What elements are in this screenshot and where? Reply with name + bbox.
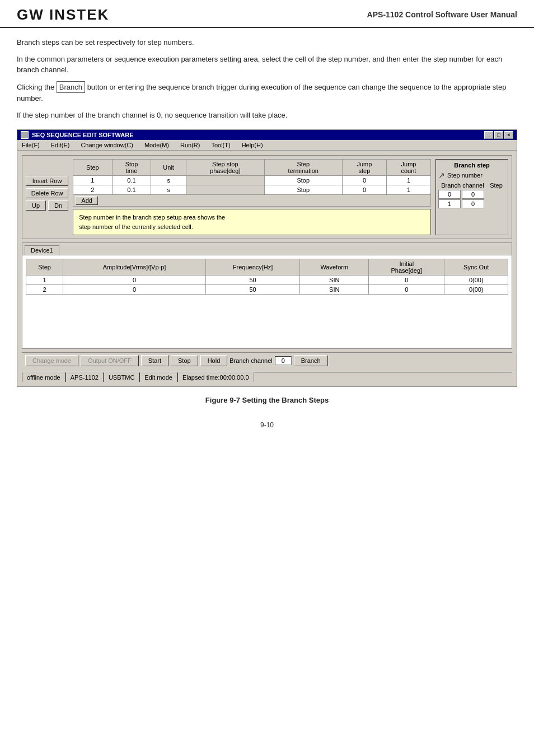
- status-mode: offline mode: [22, 372, 65, 382]
- dn-button[interactable]: Dn: [48, 200, 68, 211]
- col-termination: Steptermination: [264, 160, 342, 176]
- seq-table-area: Step Stoptime Unit Step stopphase[deg] S…: [73, 159, 431, 235]
- dev-row1-amplitude[interactable]: 0: [63, 276, 206, 285]
- dev-col-sync-out: Sync Out: [444, 259, 508, 276]
- status-bar: offline mode APS-1102 USBTMC Edit mode E…: [22, 372, 512, 382]
- seq-table: Step Stoptime Unit Step stopphase[deg] S…: [73, 159, 431, 207]
- bottom-toolbar: Change mode Output ON/OFF Start Stop Hol…: [22, 352, 512, 368]
- dev-col-amplitude: Amplitude[Vrms]/[Vp-p]: [63, 259, 206, 276]
- col-unit: Unit: [151, 160, 186, 176]
- col-jump-step: Jumpstep: [342, 160, 386, 176]
- window-controls[interactable]: _ □ ×: [484, 131, 513, 139]
- col-jump-count: Jumpcount: [386, 160, 430, 176]
- dev-row2-step: 2: [26, 285, 63, 295]
- page-number: 9-10: [0, 421, 534, 429]
- dev-row2-sync-out[interactable]: 0(00): [444, 285, 508, 295]
- row1-step: 1: [73, 176, 113, 185]
- dev-row1-waveform[interactable]: SIN: [300, 276, 369, 285]
- row2-stop-time[interactable]: 0.1: [112, 185, 151, 195]
- branch-button[interactable]: Branch: [294, 355, 328, 366]
- up-button[interactable]: Up: [26, 200, 46, 211]
- menu-change-window[interactable]: Change window(C): [78, 141, 135, 149]
- row1-unit: s: [151, 176, 186, 185]
- delete-row-button[interactable]: Delete Row: [26, 188, 68, 198]
- menu-bar: File(F) Edit(E) Change window(C) Mode(M)…: [17, 140, 517, 151]
- updn-row: Up Dn: [26, 200, 68, 211]
- row2-jump-step[interactable]: 0: [342, 185, 386, 195]
- row2-termination: Stop: [264, 185, 342, 195]
- info-box: Step number in the branch step setup are…: [73, 209, 431, 235]
- table-row: 1 0.1 s Stop 0 1: [73, 176, 431, 185]
- insert-row-button[interactable]: Insert Row: [26, 176, 68, 186]
- paragraph1: Branch steps can be set respectively for…: [17, 37, 517, 48]
- branch-step-0[interactable]: 0: [462, 190, 484, 199]
- menu-file[interactable]: File(F): [20, 141, 42, 149]
- dev-col-frequency: Frequency[Hz]: [205, 259, 300, 276]
- stop-button[interactable]: Stop: [171, 355, 198, 366]
- software-window: SEQ SEQUENCE EDIT SOFTWARE _ □ × File(F)…: [17, 129, 517, 387]
- minimize-button[interactable]: _: [484, 131, 493, 139]
- device-content: Step Amplitude[Vrms]/[Vp-p] Frequency[Hz…: [22, 255, 512, 348]
- page-header: GW INSTEK APS-1102 Control Software User…: [0, 0, 534, 28]
- left-buttons: Insert Row Delete Row Up Dn: [26, 159, 68, 235]
- figure-caption: Figure 9-7 Setting the Branch Steps: [0, 396, 534, 404]
- add-row: Add: [73, 195, 431, 207]
- col-step: Step: [73, 160, 113, 176]
- row1-stop-time[interactable]: 0.1: [112, 176, 151, 185]
- start-button[interactable]: Start: [141, 355, 168, 366]
- page-body: Branch steps can be set respectively for…: [0, 37, 534, 120]
- dev-row1-initial-phase[interactable]: 0: [369, 276, 444, 285]
- paragraph2: In the common parameters or sequence exe…: [17, 54, 517, 76]
- status-connection: USBTMC: [104, 372, 139, 382]
- menu-run[interactable]: Run(R): [178, 141, 202, 149]
- col-stop-phase: Step stopphase[deg]: [186, 160, 264, 176]
- branch-table-body: 0 0 1 0: [438, 190, 505, 208]
- row2-jump-count[interactable]: 1: [386, 185, 430, 195]
- output-onoff-button[interactable]: Output ON/OFF: [81, 355, 139, 366]
- dev-row2-amplitude[interactable]: 0: [63, 285, 206, 295]
- branch-step-1[interactable]: 0: [462, 199, 484, 208]
- hold-button[interactable]: Hold: [200, 355, 228, 366]
- window-title: SEQ SEQUENCE EDIT SOFTWARE: [32, 132, 134, 138]
- row2-stop-phase[interactable]: [186, 185, 264, 195]
- menu-edit[interactable]: Edit(E): [49, 141, 72, 149]
- status-edit-mode: Edit mode: [139, 372, 177, 382]
- row2-unit: s: [151, 185, 186, 195]
- change-mode-button[interactable]: Change mode: [25, 355, 78, 366]
- row1-jump-step[interactable]: 0: [342, 176, 386, 185]
- add-button[interactable]: Add: [76, 196, 98, 205]
- dev-col-waveform: Waveform: [300, 259, 369, 276]
- status-elapsed: Elapsed time:00:00:00.0: [177, 372, 254, 382]
- branch-step-number: ↗ Step number: [438, 171, 505, 180]
- dev-row1-frequency[interactable]: 50: [205, 276, 300, 285]
- maximize-button[interactable]: □: [494, 131, 503, 139]
- dev-row1-sync-out[interactable]: 0(00): [444, 276, 508, 285]
- dev-row2-waveform[interactable]: SIN: [300, 285, 369, 295]
- dev-row2-frequency[interactable]: 50: [205, 285, 300, 295]
- branch-panel-title: Branch step: [438, 162, 505, 169]
- row1-stop-phase[interactable]: [186, 176, 264, 185]
- branch-channel-label: Branch channel: [229, 357, 272, 364]
- row2-step: 2: [73, 185, 113, 195]
- branch-step-label: Step: [490, 182, 503, 189]
- branch-channel-1[interactable]: 1: [438, 199, 461, 208]
- branch-panel: Branch step ↗ Step number Branch channel…: [435, 159, 508, 235]
- paragraph4: If the step number of the branch channel…: [17, 110, 517, 121]
- device-tabs: Device1: [22, 243, 512, 255]
- branch-channel-0[interactable]: 0: [438, 190, 461, 199]
- branch-table-header: Branch channel Step: [438, 182, 505, 189]
- close-button[interactable]: ×: [504, 131, 513, 139]
- branch-channel-input[interactable]: [275, 356, 292, 365]
- menu-help[interactable]: Help(H): [240, 141, 265, 149]
- dev-row2-initial-phase[interactable]: 0: [369, 285, 444, 295]
- menu-mode[interactable]: Mode(M): [142, 141, 171, 149]
- row1-jump-count[interactable]: 1: [386, 176, 430, 185]
- device-area: Device1 Step Amplitude[Vrms]/[Vp-p] Freq…: [22, 242, 512, 349]
- menu-tool[interactable]: Tool(T): [209, 141, 232, 149]
- branch-arrow-icon: ↗: [438, 171, 445, 180]
- device-empty-space: [26, 295, 508, 345]
- branch-row: 1 0: [438, 199, 505, 208]
- dev-row1-step: 1: [26, 276, 63, 285]
- device-tab[interactable]: Device1: [25, 245, 59, 255]
- window-content: Insert Row Delete Row Up Dn Step Stoptim…: [17, 151, 517, 386]
